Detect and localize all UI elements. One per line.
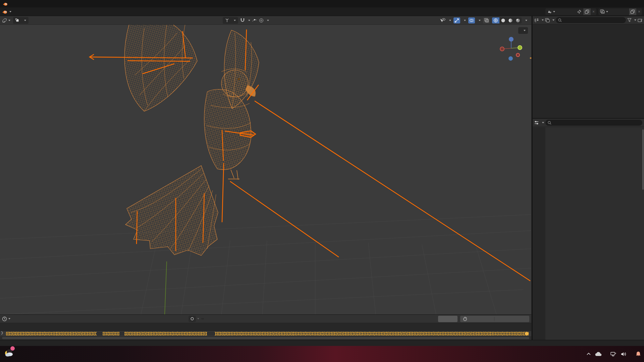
stopwatch-icon bbox=[463, 317, 467, 321]
timeline-editor: ❯ bbox=[0, 314, 531, 340]
weather-badge bbox=[10, 346, 15, 351]
tray-chevron-up-icon[interactable] bbox=[587, 353, 591, 355]
properties-header bbox=[533, 119, 644, 127]
network-icon[interactable] bbox=[610, 352, 616, 357]
auto-keying-icon[interactable] bbox=[189, 316, 196, 322]
maximize-button[interactable] bbox=[614, 0, 628, 7]
blender-window: × × bbox=[0, 0, 644, 362]
pin-icon[interactable] bbox=[576, 8, 583, 15]
outliner-search[interactable] bbox=[556, 17, 626, 23]
viewport-header bbox=[0, 16, 531, 25]
orientation-dropdown[interactable] bbox=[223, 17, 238, 24]
top-bar: × × bbox=[0, 7, 644, 16]
orientation-globe-icon bbox=[225, 18, 229, 22]
gizmo-z-axis[interactable] bbox=[509, 37, 514, 42]
weather-icon bbox=[3, 347, 14, 358]
navigation-gizmo[interactable] bbox=[498, 36, 524, 61]
xray-toggle-icon[interactable] bbox=[483, 17, 490, 23]
gizmo-x-axis[interactable] bbox=[516, 53, 520, 57]
snap-magnet-icon[interactable] bbox=[240, 18, 245, 23]
minimize-button[interactable] bbox=[601, 0, 614, 7]
snap-increment-icon[interactable] bbox=[252, 18, 257, 23]
window-controls bbox=[601, 0, 641, 7]
scene-selector: × bbox=[545, 8, 596, 15]
shading-rendered-icon[interactable] bbox=[514, 17, 522, 23]
keyframes bbox=[6, 332, 529, 336]
viewport-canvas[interactable]: ◂ bbox=[0, 25, 531, 314]
right-panel bbox=[532, 16, 644, 340]
delete-scene-button[interactable]: × bbox=[591, 8, 596, 15]
search-icon bbox=[548, 121, 551, 125]
scene-icon bbox=[547, 9, 552, 14]
playback-transport bbox=[189, 316, 204, 322]
filter-view-layer-icon[interactable] bbox=[545, 18, 550, 22]
object-mode-icon bbox=[15, 18, 19, 22]
notification-bell-icon[interactable] bbox=[635, 351, 641, 357]
chevron-down-icon bbox=[9, 11, 11, 12]
blender-menu-icon[interactable] bbox=[2, 9, 7, 14]
mode-dropdown[interactable] bbox=[13, 17, 29, 24]
current-frame-field[interactable] bbox=[438, 316, 458, 322]
timeline-ruler[interactable] bbox=[0, 323, 531, 331]
weather-widget[interactable] bbox=[3, 347, 17, 358]
properties-editor bbox=[533, 118, 644, 340]
overlays-toggle-icon[interactable] bbox=[468, 17, 475, 23]
options-button[interactable] bbox=[518, 27, 528, 34]
shading-wireframe-icon[interactable] bbox=[492, 17, 499, 23]
keyframe-band[interactable] bbox=[0, 331, 531, 336]
gizmo-negz-axis[interactable] bbox=[508, 56, 513, 61]
show-gizmo-filter-icon[interactable] bbox=[440, 18, 445, 23]
parrot-wireframe bbox=[124, 25, 259, 255]
outliner-tree bbox=[533, 24, 644, 25]
shading-material-icon[interactable] bbox=[507, 17, 514, 23]
properties-content bbox=[545, 127, 644, 340]
display-mode-icon[interactable] bbox=[534, 18, 539, 22]
editor-type-icon[interactable] bbox=[2, 18, 7, 23]
blender-logo-icon bbox=[3, 1, 8, 6]
new-scene-button[interactable] bbox=[583, 8, 591, 15]
timeline-scrollbar[interactable] bbox=[2, 337, 529, 339]
timeline-editor-icon[interactable] bbox=[2, 316, 7, 321]
outliner-header bbox=[533, 16, 644, 24]
volume-icon[interactable] bbox=[621, 352, 627, 357]
view-layer-icon bbox=[600, 9, 605, 14]
viewport-3d[interactable]: ◂ bbox=[0, 16, 531, 314]
gizmo-negx-axis[interactable] bbox=[500, 47, 504, 51]
scene-browse-button[interactable] bbox=[545, 8, 557, 15]
new-collection-icon[interactable] bbox=[638, 18, 642, 22]
search-icon bbox=[558, 18, 562, 22]
title-bar bbox=[0, 0, 644, 7]
shading-solid-icon[interactable] bbox=[499, 17, 507, 23]
remove-view-layer-button[interactable]: × bbox=[636, 8, 642, 15]
outliner bbox=[533, 16, 644, 118]
close-button[interactable] bbox=[628, 0, 641, 7]
windows-taskbar bbox=[0, 346, 644, 362]
channel-expand-arrow[interactable]: ❯ bbox=[1, 331, 3, 335]
view-layer-browse-button[interactable] bbox=[598, 8, 610, 15]
new-view-layer-button[interactable] bbox=[629, 8, 636, 15]
frame-range-group bbox=[460, 316, 529, 322]
timeline-header bbox=[0, 315, 531, 323]
properties-search[interactable] bbox=[545, 120, 642, 126]
scene-render bbox=[0, 25, 531, 314]
gizmos-toggle-icon[interactable] bbox=[453, 17, 460, 23]
properties-tabs bbox=[533, 127, 545, 340]
onedrive-icon[interactable] bbox=[595, 352, 602, 356]
sidebar-toggle-arrow[interactable]: ◂ bbox=[529, 56, 531, 60]
gizmo-y-axis[interactable] bbox=[518, 45, 522, 50]
viewport-stats bbox=[22, 38, 43, 41]
filter-funnel-icon[interactable] bbox=[627, 18, 632, 22]
properties-scrollbar[interactable] bbox=[642, 129, 644, 190]
proportional-editing-icon[interactable] bbox=[259, 18, 264, 23]
properties-editor-icon[interactable] bbox=[534, 121, 539, 125]
system-tray bbox=[587, 346, 641, 362]
view-layer-selector: × bbox=[598, 8, 642, 15]
status-bar bbox=[0, 340, 644, 346]
